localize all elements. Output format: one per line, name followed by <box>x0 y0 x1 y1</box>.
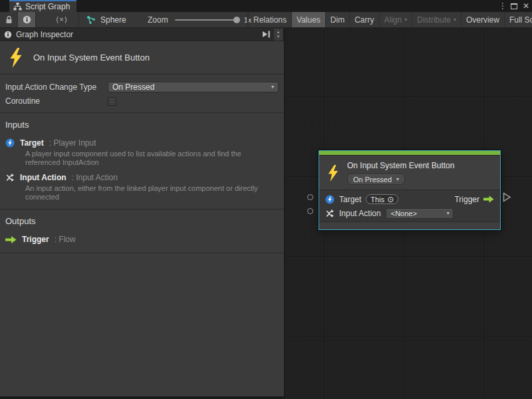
node-header[interactable]: On Input System Event Button On Pressed … <box>319 156 500 190</box>
spin-up-icon[interactable]: ▲ <box>277 30 281 35</box>
dock-panel-icon[interactable] <box>261 30 271 39</box>
graph-hierarchy-icon <box>13 3 22 11</box>
node-title-text: On Input System Event Button <box>33 53 150 63</box>
node-settings: Input Action Change Type On Pressed ▾ Co… <box>0 74 284 113</box>
event-bolt-icon <box>9 48 23 68</box>
chevron-down-icon: ▾ <box>396 177 399 182</box>
graph-inspector-panel: Graph Inspector ▲ ▼ On Input System Even… <box>0 28 285 396</box>
graph-canvas[interactable]: On Input System Event Button On Pressed … <box>285 28 532 399</box>
chevron-down-icon: ▾ <box>271 84 274 90</box>
close-button[interactable]: ✕ <box>523 1 529 11</box>
inspector-title: Graph Inspector <box>16 30 73 39</box>
node-mode-dropdown[interactable]: On Pressed ▾ <box>347 174 405 185</box>
info-icon <box>4 31 12 39</box>
value-debug-button[interactable]: ⟨×⟩ <box>45 12 78 27</box>
window-menu-button[interactable]: ⋮ <box>499 1 505 11</box>
overview-button[interactable]: Overview <box>461 12 504 27</box>
dim-button[interactable]: Dim <box>325 12 349 27</box>
full-screen-button[interactable]: Full Screen <box>504 12 532 27</box>
field-coroutine: Coroutine <box>5 94 279 108</box>
input-action-input-port[interactable] <box>307 208 313 214</box>
zoom-slider[interactable] <box>175 19 239 21</box>
node-row-input-action: Input Action <None> ▾ <box>319 206 500 220</box>
target-this-button[interactable]: This ⊙ <box>366 194 398 204</box>
change-type-dropdown[interactable]: On Pressed ▾ <box>108 82 279 92</box>
tab-label: Script Graph <box>25 2 70 11</box>
node-title: On Input System Event Button <box>347 161 454 171</box>
flow-arrow-icon <box>5 236 17 243</box>
toolbar-separator <box>78 13 79 26</box>
inspector-header: Graph Inspector ▲ ▼ <box>0 28 284 41</box>
inputs-section: Inputs Target : Player Input A player in… <box>0 113 284 209</box>
input-item-target: Target : Player Input A player input com… <box>5 138 279 166</box>
spin-down-icon[interactable]: ▼ <box>277 35 281 39</box>
input-action-port-label: Input Action <box>339 209 381 218</box>
node-row-target: Target This ⊙ Trigger <box>319 192 500 206</box>
coroutine-checkbox[interactable] <box>108 97 116 106</box>
chevron-down-icon: ▾ <box>447 211 450 216</box>
distribute-dropdown-button[interactable]: Distribute ▾ <box>412 12 461 27</box>
node-body: Target This ⊙ Trigger <box>319 190 500 221</box>
flow-arrow-icon <box>483 196 494 203</box>
outputs-title: Outputs <box>5 216 279 226</box>
values-button[interactable]: Values <box>291 12 325 27</box>
graph-owner-label[interactable]: Sphere <box>100 15 126 25</box>
maximize-button[interactable] <box>511 3 517 9</box>
player-input-icon <box>5 138 15 148</box>
event-bolt-icon <box>327 162 339 185</box>
input-action-icon <box>5 173 15 182</box>
graph-toolbar: ⟨×⟩ Sphere Zoom 1x Relations Values Dim … <box>0 12 532 28</box>
carry-button[interactable]: Carry <box>349 12 378 27</box>
title-bar: Script Graph ⋮ ✕ <box>0 0 532 12</box>
inspector-toggle-button[interactable] <box>18 12 36 27</box>
trigger-port-label: Trigger <box>454 195 479 204</box>
align-dropdown-button[interactable]: Align ▾ <box>379 12 412 27</box>
scroll-spinner[interactable]: ▲ ▼ <box>274 29 283 41</box>
player-input-icon <box>325 195 334 204</box>
input-item-input-action: Input Action : Input Action An input act… <box>5 172 279 201</box>
field-input-action-change-type: Input Action Change Type On Pressed ▾ <box>5 80 279 94</box>
zoom-label: Zoom <box>148 15 168 25</box>
script-graph-asset-icon <box>86 15 96 25</box>
relations-button[interactable]: Relations <box>248 12 291 27</box>
target-port-label: Target <box>339 195 361 204</box>
input-action-icon <box>325 209 334 218</box>
lock-icon <box>5 16 13 24</box>
info-icon <box>23 15 31 24</box>
trigger-output-port[interactable] <box>503 192 511 202</box>
inputs-title: Inputs <box>5 120 279 130</box>
toolbar-separator <box>247 13 247 26</box>
tab-script-graph[interactable]: Script Graph <box>9 0 76 12</box>
node-accent-bar <box>319 151 500 156</box>
output-item-trigger: Trigger : Flow <box>5 234 279 245</box>
node-title-block: On Input System Event Button <box>0 41 284 74</box>
zoom-slider-handle[interactable] <box>233 17 240 23</box>
input-action-dropdown[interactable]: <None> ▾ <box>386 208 454 219</box>
chevron-down-icon: ▾ <box>454 17 456 23</box>
outputs-section: Outputs Trigger : Flow <box>0 209 284 253</box>
scope-target-icon: ⊙ <box>387 196 394 203</box>
lock-button[interactable] <box>0 12 18 27</box>
node-on-input-system-event-button[interactable]: On Input System Event Button On Pressed … <box>319 150 501 230</box>
target-input-port[interactable] <box>307 194 313 200</box>
chevron-down-icon: ▾ <box>404 17 407 23</box>
node-footer <box>319 221 500 229</box>
